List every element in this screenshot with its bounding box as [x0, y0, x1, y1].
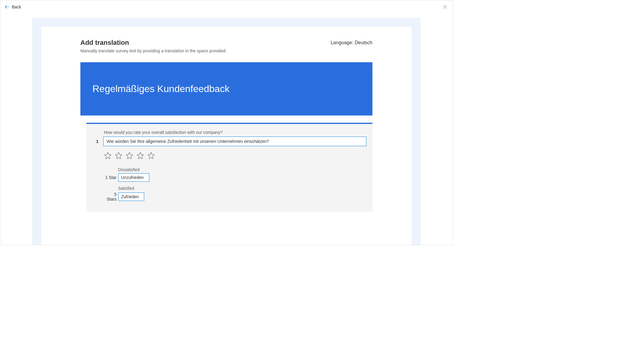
question-row: 1: [92, 137, 366, 146]
survey-banner-title: Regelmäßiges Kundenfeedback: [92, 83, 360, 94]
question-block: How would you rate your overall satisfac…: [86, 123, 372, 212]
outer-frame: Add translation Language: Deutsch Manual…: [32, 18, 421, 245]
rating-low-translation-input[interactable]: [118, 173, 149, 182]
inner-card: Add translation Language: Deutsch Manual…: [41, 27, 412, 245]
star-icon[interactable]: [136, 152, 144, 161]
language-label: Language: Deutsch: [331, 40, 372, 45]
arrow-left-icon: [5, 5, 9, 9]
star-icon[interactable]: [147, 152, 155, 161]
back-label: Back: [12, 5, 21, 9]
top-bar: Back: [0, 0, 453, 14]
survey-banner[interactable]: Regelmäßiges Kundenfeedback: [80, 62, 372, 115]
rating-high-row: 5 Stars: [104, 192, 366, 202]
page-title: Add translation: [80, 39, 129, 47]
close-button[interactable]: [443, 5, 447, 9]
rating-low-row: 1 Star: [104, 173, 366, 182]
close-icon: [443, 5, 447, 9]
star-icon[interactable]: [104, 152, 112, 161]
question-source-text: How would you rate your overall satisfac…: [104, 130, 366, 135]
question-translation-input[interactable]: [103, 137, 366, 146]
back-button[interactable]: Back: [5, 5, 21, 9]
star-rating-row: [104, 152, 366, 161]
star-icon[interactable]: [126, 152, 133, 161]
rating-high-source: Satisfied: [118, 186, 366, 191]
rating-high-anchor: 5 Stars: [104, 192, 117, 202]
rating-label-low-group: Dissatisfied 1 Star: [104, 167, 366, 182]
rating-low-source: Dissatisfied: [118, 167, 366, 172]
star-icon[interactable]: [115, 152, 123, 161]
rating-label-high-group: Satisfied 5 Stars: [104, 186, 366, 202]
header-row: Add translation Language: Deutsch: [80, 39, 372, 47]
rating-low-anchor: 1 Star: [104, 175, 117, 180]
rating-high-translation-input[interactable]: [118, 192, 144, 201]
page-subtitle: Manually translate survey text by provid…: [80, 48, 372, 53]
question-number: 1: [92, 139, 98, 144]
